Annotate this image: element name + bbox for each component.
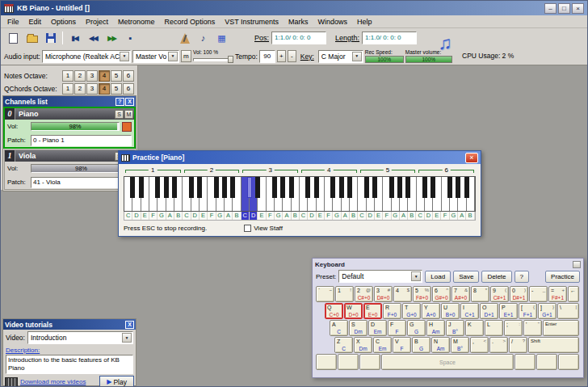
black-key-A#1[interactable] xyxy=(172,177,177,198)
pos-label[interactable]: Pos: xyxy=(254,34,269,42)
key-blank[interactable] xyxy=(536,354,557,370)
key-←[interactable]: ← xyxy=(568,286,579,302)
menu-item-options[interactable]: Options xyxy=(46,17,81,27)
video-close-button[interactable]: X xyxy=(125,321,134,329)
preset-select[interactable]: Default▼ xyxy=(338,270,422,283)
help-button[interactable]: ? xyxy=(514,271,529,283)
practice-titlebar[interactable]: Practice [Piano] × xyxy=(119,151,481,164)
output-select[interactable]: Master Vo▼ xyxy=(132,50,179,63)
key-2[interactable]: 2@C#+0 xyxy=(355,286,373,302)
key-L[interactable]: L xyxy=(485,320,503,336)
key-X[interactable]: XDm xyxy=(354,337,372,353)
key-\[interactable]: \| xyxy=(557,303,579,319)
black-key-F#2[interactable] xyxy=(214,177,219,198)
key-6[interactable]: 6^G#+0 xyxy=(432,286,451,302)
key-T[interactable]: TG+0 xyxy=(402,303,421,319)
key-blank[interactable] xyxy=(359,354,380,370)
black-key-F#1[interactable] xyxy=(155,177,160,198)
key-M[interactable]: MB° xyxy=(451,337,469,353)
menu-item-project[interactable]: Project xyxy=(81,17,113,27)
save-preset-button[interactable]: Save xyxy=(453,271,479,283)
key-A[interactable]: AC xyxy=(330,320,348,336)
octave-button-1[interactable]: 1 xyxy=(62,83,74,95)
key-Q[interactable]: QC+0 xyxy=(325,303,343,319)
key-`[interactable]: `~ xyxy=(316,286,334,302)
channels-help-button[interactable]: ? xyxy=(116,98,124,106)
stop-button[interactable]: ▪ xyxy=(121,30,140,46)
load-button[interactable]: Load xyxy=(425,271,451,283)
black-key-G#3[interactable] xyxy=(280,177,285,198)
channel-entry[interactable]: 1ViolaSMVol:98%Patch:41 - Viola xyxy=(4,149,135,190)
key-S[interactable]: SDm xyxy=(349,320,368,336)
black-key-D#2[interactable] xyxy=(197,177,202,198)
close-button[interactable]: × xyxy=(572,3,584,14)
key-F[interactable]: FF xyxy=(388,320,406,336)
key--[interactable]: -_ xyxy=(529,286,548,302)
key-0[interactable]: 0)D#+1 xyxy=(510,286,528,302)
key-Space[interactable]: Space xyxy=(381,354,514,370)
menu-item-edit[interactable]: Edit xyxy=(24,17,47,27)
black-key-G#1[interactable] xyxy=(164,177,169,198)
black-key-C#4[interactable] xyxy=(305,177,310,198)
key-U[interactable]: UB+0 xyxy=(441,303,460,319)
key-R[interactable]: RF+0 xyxy=(383,303,401,319)
black-key-C#3[interactable] xyxy=(247,177,252,198)
key-,[interactable]: ,< xyxy=(470,337,489,353)
key-I[interactable]: IC+1 xyxy=(460,303,479,319)
octave-button-5[interactable]: 5 xyxy=(111,83,122,95)
solo-button[interactable]: S xyxy=(115,110,124,119)
menu-item-file[interactable]: File xyxy=(2,17,24,27)
black-key-G#5[interactable] xyxy=(397,177,402,198)
key-W[interactable]: WD+0 xyxy=(344,303,363,319)
maximize-button[interactable]: □ xyxy=(558,3,570,14)
play-button[interactable]: ▶Play xyxy=(99,376,134,387)
black-key-C#1[interactable] xyxy=(130,177,135,198)
key-7[interactable]: 7&A#+0 xyxy=(452,286,470,302)
octave-button-4[interactable]: 4 xyxy=(99,70,110,82)
key-4[interactable]: 4$ xyxy=(393,286,412,302)
key-P[interactable]: PE+1 xyxy=(499,303,518,319)
black-key-C#2[interactable] xyxy=(189,177,194,198)
key-9[interactable]: 9(C#+1 xyxy=(490,286,509,302)
menu-item-help[interactable]: Help xyxy=(352,17,377,27)
mute-button[interactable]: M xyxy=(124,110,133,119)
video-select[interactable]: Introduction▼ xyxy=(27,331,133,344)
key-'[interactable]: '" xyxy=(523,320,542,336)
new-file-button[interactable] xyxy=(4,30,23,46)
key-B[interactable]: BG xyxy=(412,337,430,353)
practice-close-button[interactable]: × xyxy=(465,153,478,163)
key-=[interactable]: =+F#+1 xyxy=(548,286,567,302)
minimize-button[interactable]: – xyxy=(544,3,556,14)
key-3[interactable]: 3#D#+0 xyxy=(374,286,393,302)
black-key-A#2[interactable] xyxy=(230,177,235,198)
key-blank[interactable] xyxy=(558,354,579,370)
channels-close-button[interactable]: X xyxy=(125,98,134,106)
fast-forward-button[interactable]: ▶▶ xyxy=(103,30,121,46)
black-key-A#6[interactable] xyxy=(464,177,469,198)
black-key-F#4[interactable] xyxy=(330,177,335,198)
menu-item-windows[interactable]: Windows xyxy=(313,17,353,27)
black-key-G#6[interactable] xyxy=(456,177,460,198)
key-K[interactable]: K xyxy=(465,320,484,336)
tempo-plus-button[interactable]: + xyxy=(277,50,286,62)
octave-button-6[interactable]: 6 xyxy=(123,83,134,95)
practice-button[interactable]: Practice xyxy=(545,271,580,283)
tempo-field[interactable]: 90 xyxy=(259,50,275,63)
metronome-button[interactable] xyxy=(175,30,194,46)
key-blank[interactable] xyxy=(514,354,536,370)
channel-volume-slider[interactable]: 98% xyxy=(31,164,132,173)
key-[[interactable]: [{F+1 xyxy=(519,303,537,319)
key-H[interactable]: HAm xyxy=(426,320,445,336)
menu-item-metronome[interactable]: Metronome xyxy=(113,17,160,27)
key-label[interactable]: Key: xyxy=(300,53,314,61)
view-staff-checkbox[interactable] xyxy=(244,225,251,232)
black-key-F#3[interactable] xyxy=(272,177,277,198)
audio-input-select[interactable]: Microphone (Realtek AC▼ xyxy=(42,50,131,63)
black-key-D#3[interactable] xyxy=(255,177,260,198)
key-V[interactable]: VF xyxy=(393,337,411,353)
metronome-sound-button[interactable]: ♪ xyxy=(194,30,212,46)
download-videos-link[interactable]: Download more videos xyxy=(20,378,97,385)
key-blank[interactable] xyxy=(338,354,359,370)
menu-item-marks[interactable]: Marks xyxy=(284,17,313,27)
octave-button-3[interactable]: 3 xyxy=(86,70,98,82)
